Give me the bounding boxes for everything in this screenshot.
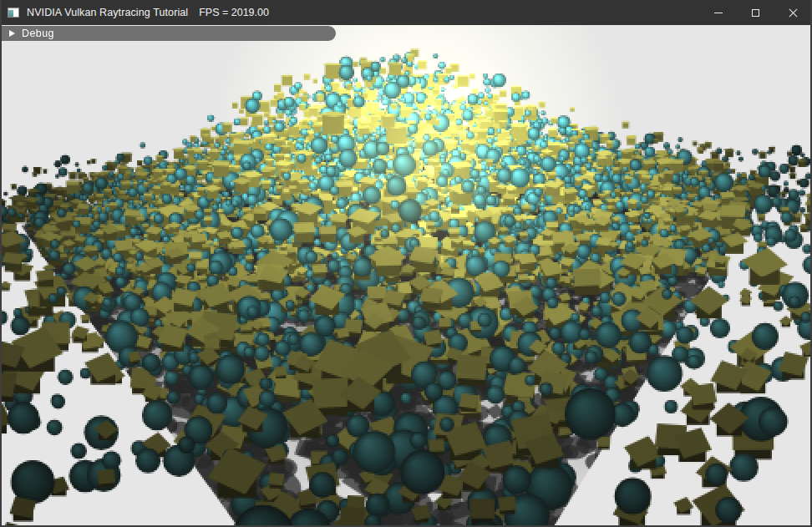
app-window: NVIDIA Vulkan Raytracing Tutorial FPS = … [0, 0, 812, 527]
minimize-button[interactable] [699, 0, 737, 25]
minimize-icon [714, 13, 723, 13]
close-button[interactable] [774, 0, 812, 25]
maximize-button[interactable] [737, 0, 774, 25]
fps-counter: FPS = 2019.00 [199, 7, 269, 18]
debug-collapsing-header[interactable]: Debug [2, 26, 336, 41]
close-icon [789, 8, 798, 18]
titlebar[interactable]: NVIDIA Vulkan Raytracing Tutorial FPS = … [0, 0, 812, 25]
app-window-icon [8, 8, 19, 18]
chevron-right-icon [9, 30, 15, 37]
maximize-icon [752, 9, 759, 17]
viewport-3d-scene[interactable] [0, 25, 812, 527]
debug-header-label: Debug [22, 28, 54, 39]
window-title: NVIDIA Vulkan Raytracing Tutorial [27, 7, 188, 18]
